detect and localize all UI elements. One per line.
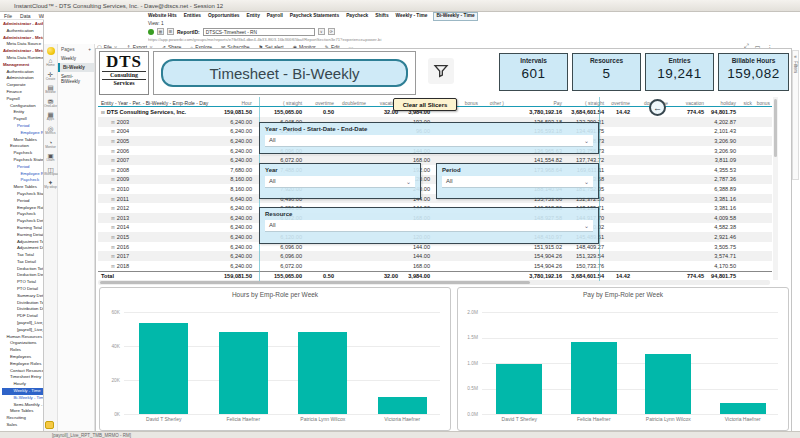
tree-item[interactable]: Payroll [2, 116, 43, 123]
menu-item-data[interactable]: Data [20, 13, 31, 19]
bar-felicia-haefner[interactable] [219, 332, 268, 414]
rail-item-onelake[interactable]: ⛃OneLake [44, 98, 57, 109]
tree-item[interactable]: Administrator - Meta Data User [2, 35, 43, 42]
tab-website-hits[interactable]: Website Hits [148, 13, 177, 20]
rail-item-my-wksp[interactable]: ✦My wksp [44, 179, 57, 190]
rail-item-monitor[interactable]: ◔Monitor [44, 139, 57, 150]
tree-item[interactable]: Paycheck [2, 177, 43, 184]
add-page-button[interactable]: + [88, 47, 91, 52]
tree-item[interactable]: Deduction Detail [2, 272, 43, 279]
tree-item[interactable]: Period [2, 198, 43, 205]
expand-icon[interactable]: ⊞ [111, 177, 115, 182]
menu-item-file[interactable]: File [4, 13, 12, 19]
tree-item[interactable]: [payroll]_Live_NPT_W [2, 320, 43, 327]
tree-item[interactable]: [payroll]_Live_NPT_W [2, 327, 43, 334]
page-item-bi-weekly[interactable]: Bi-Weekly [58, 63, 94, 72]
rail-item-learn[interactable]: ▣Learn [44, 152, 57, 163]
slicer-dropdown[interactable]: All ⌄ [265, 220, 593, 232]
expand-icon[interactable]: ⊞ [111, 168, 115, 173]
tree-item[interactable]: Entity [2, 109, 43, 116]
tree-item[interactable]: Authentication [2, 28, 43, 35]
tree-item[interactable]: Configuration [2, 103, 43, 110]
bar-david-t-sherley[interactable] [496, 364, 542, 414]
module-tabs[interactable]: Website HitsEntitiesOpportunitiesEntityP… [148, 13, 788, 20]
table-row[interactable]: ⊞20108,160.007,920.00240.00188,140.94181… [98, 184, 772, 194]
tree-item[interactable]: Earning Detail [2, 232, 43, 239]
expand-icon[interactable]: ⊞ [111, 149, 115, 154]
table-row[interactable]: ⊞20087,680.007,488.00192.00173,968.64169… [98, 165, 772, 175]
slicer-period[interactable]: Period All ⌄ [436, 163, 599, 199]
rail-item-home[interactable]: ⌂Home [44, 57, 57, 68]
column-header[interactable]: bonus [754, 101, 772, 106]
column-header[interactable]: Pay [506, 101, 564, 106]
tree-item[interactable]: Deduction Total [2, 266, 43, 273]
column-header[interactable]: sick [738, 101, 754, 106]
report-id-input[interactable]: DTSCS-Timesheet - RN [203, 28, 315, 36]
tab-opportunities[interactable]: Opportunities [208, 13, 239, 20]
pages-panel[interactable]: Pages + WeeklyBi-WeeklySemi-BiWeekly [58, 44, 95, 431]
tree-item[interactable]: Sales [2, 422, 43, 429]
expand-icon[interactable]: ⊞ [111, 225, 115, 230]
tree-item[interactable]: More Tables [2, 137, 43, 144]
expand-icon[interactable]: ⊞ [111, 206, 115, 211]
tree-item[interactable]: Paycheck Statements [2, 157, 43, 164]
vertical-scrollbar[interactable] [773, 97, 778, 280]
refresh-icon[interactable]: ⟳ [328, 28, 335, 35]
column-header-entity[interactable]: Entity - Year - Per. - Bi-Weekly - Emp-R… [98, 100, 218, 106]
tree-item[interactable]: Semi-Monthly - Time [2, 402, 43, 409]
tree-item[interactable]: Administration [2, 75, 43, 82]
slicer-year[interactable]: Year All ⌄ [259, 163, 421, 199]
expand-icon[interactable]: ⊞ [111, 187, 115, 192]
clear-all-slicers-button[interactable]: Clear all Slicers [393, 98, 457, 111]
tree-item[interactable]: Human Resources [2, 334, 43, 341]
tab-paycheck-statements[interactable]: Paycheck Statements [290, 13, 339, 20]
tree-item[interactable]: Earning Total [2, 225, 43, 232]
rail-item-workspaces[interactable]: ◫Workspaces [44, 166, 57, 177]
tree-item[interactable]: Employee Role [2, 130, 43, 137]
expand-icon[interactable]: ⊞ [111, 139, 115, 144]
expand-icon[interactable]: ⊞ [111, 216, 115, 221]
slicer-dropdown[interactable]: All ⌄ [442, 176, 593, 188]
bar-victoria-haefner[interactable] [378, 397, 427, 414]
horizontal-scrollbar[interactable] [98, 280, 770, 285]
expand-icon[interactable]: ⊞ [111, 254, 115, 259]
bar-victoria-haefner[interactable] [720, 403, 766, 414]
table-row[interactable]: ⊞20186,240.006,072.00168.00154,904.26150… [98, 261, 772, 271]
bar-felicia-haefner[interactable] [571, 342, 617, 414]
grid-view-icon[interactable]: ▦ [157, 28, 164, 35]
rail-item-apps[interactable]: ▦Apps [44, 111, 57, 122]
expand-icon[interactable]: ⊞ [111, 158, 115, 163]
tree-item[interactable]: Meta Data Source [2, 41, 43, 48]
back-arrow-button[interactable]: ← [649, 99, 666, 116]
tree-item[interactable]: Employees [2, 354, 43, 361]
tab-weekly-time[interactable]: Weekly - Time [396, 13, 428, 20]
tree-item[interactable]: Organizations [2, 340, 43, 347]
tree-item[interactable]: Administrator - Authentication [2, 21, 43, 28]
list-view-icon[interactable]: ☰ [167, 28, 174, 35]
tab-entity[interactable]: Entity [246, 13, 259, 20]
tree-item[interactable]: PTO Detail [2, 286, 43, 293]
bar-david-t-sherley[interactable] [139, 323, 188, 414]
chart-pay-by-emp-role[interactable]: Pay by Emp-Role per Week0.0M0.5M1.0M1.5M… [457, 287, 789, 431]
tree-item[interactable]: Distribution Total [2, 300, 43, 307]
rail-item-browse[interactable]: ▤Browse [44, 84, 57, 95]
column-header[interactable]: doubletime [336, 101, 368, 106]
tree-item[interactable]: Paycheck Detail [2, 218, 43, 225]
table-row[interactable]: ⊞20176,240.006,096.00144.00154,904.26151… [98, 251, 772, 261]
tree-item[interactable]: More Tables [2, 184, 43, 191]
tab-bi-weekly-time[interactable]: Bi-Weekly - Time [434, 13, 476, 20]
tree-item[interactable]: Meta Data Runtime [2, 55, 43, 62]
pbi-nav-rail[interactable]: ⌂Home✛Create▤Browse⛃OneLake▦Apps◎Metrics… [44, 44, 58, 431]
tab-paycheck[interactable]: Paycheck [346, 13, 368, 20]
tree-item[interactable]: Finance [2, 89, 43, 96]
page-item-semi-biweekly[interactable]: Semi-BiWeekly [58, 72, 94, 86]
tree-item[interactable]: Paycheck Statement [2, 191, 43, 198]
object-tree-sidebar[interactable]: Administrator - AuthenticationAuthentica… [0, 20, 44, 431]
notification-icon[interactable] [45, 421, 54, 429]
bar-patricia-lynn-wilcox[interactable] [298, 332, 347, 414]
dropdown-chevron-icon[interactable]: ∨ [318, 28, 325, 35]
slicer-resource[interactable]: Resource All ⌄ [259, 207, 599, 244]
tab-entities[interactable]: Entities [184, 13, 201, 20]
bar-patricia-lynn-wilcox[interactable] [645, 354, 691, 414]
column-header[interactable]: other ) [480, 101, 506, 106]
